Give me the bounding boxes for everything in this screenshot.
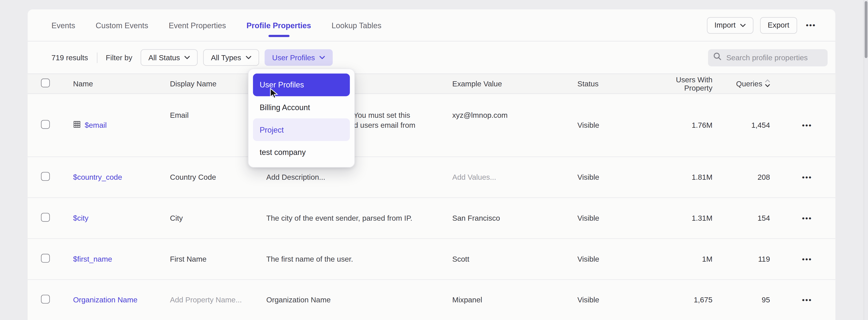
queries-header-label: Queries xyxy=(736,79,762,88)
page: EventsCustom EventsEvent PropertiesProfi… xyxy=(0,0,868,320)
search-input[interactable] xyxy=(726,53,820,62)
tab-events[interactable]: Events xyxy=(52,21,75,30)
row-menu-button[interactable]: ••• xyxy=(800,173,814,181)
status-cell[interactable]: Visible xyxy=(578,214,647,222)
import-button[interactable]: Import xyxy=(707,17,753,33)
table-row: $country_codeCountry CodeAdd Description… xyxy=(28,156,835,197)
column-header-status[interactable]: Status xyxy=(578,79,647,88)
tabbar-actions: Import Export ••• xyxy=(707,17,836,33)
queries-cell: 95 xyxy=(713,296,770,304)
divider xyxy=(97,52,97,63)
queries-cell: 119 xyxy=(713,255,770,263)
vertical-scrollbar-track xyxy=(864,0,868,320)
more-options-button[interactable]: ••• xyxy=(804,21,818,29)
row-checkbox[interactable] xyxy=(41,213,50,221)
display-name-cell[interactable]: First Name xyxy=(170,255,266,263)
display-name-cell[interactable]: City xyxy=(170,214,266,222)
type-filter-button[interactable]: All Types xyxy=(203,49,259,66)
tab-bar: EventsCustom EventsEvent PropertiesProfi… xyxy=(28,9,835,41)
lookup-table-icon xyxy=(73,120,81,130)
example-value-cell[interactable]: Scott xyxy=(452,255,578,263)
users-with-property-cell: 1.81M xyxy=(647,173,713,181)
tab-list: EventsCustom EventsEvent PropertiesProfi… xyxy=(52,21,381,30)
chevron-down-icon xyxy=(184,56,190,59)
search-box xyxy=(708,49,828,66)
property-name-cell: $first_name xyxy=(73,255,170,263)
row-checkbox[interactable] xyxy=(41,120,50,129)
example-value-cell[interactable]: San Francisco xyxy=(452,214,578,222)
description-cell[interactable]: The city of the event sender, parsed fro… xyxy=(266,213,452,223)
display-name-cell[interactable]: Add Property Name... xyxy=(170,296,266,304)
column-header-name[interactable]: Name xyxy=(73,79,170,88)
row-menu-button[interactable]: ••• xyxy=(800,255,814,263)
table-row: $cityCityThe city of the event sender, p… xyxy=(28,197,835,238)
properties-card: EventsCustom EventsEvent PropertiesProfi… xyxy=(28,9,835,320)
property-name-cell: $country_code xyxy=(73,173,170,181)
filter-by-label: Filter by xyxy=(106,53,132,62)
filter-bar: 719 results Filter by All Status All Typ… xyxy=(28,41,835,73)
tab-custom-events[interactable]: Custom Events xyxy=(96,21,148,30)
export-button-label: Export xyxy=(768,21,789,29)
property-name-link[interactable]: Organization Name xyxy=(73,296,137,304)
queries-cell: 208 xyxy=(713,173,770,181)
tab-event-properties[interactable]: Event Properties xyxy=(169,21,226,30)
status-cell[interactable]: Visible xyxy=(578,121,647,130)
row-menu-button[interactable]: ••• xyxy=(800,214,814,222)
tab-profile-properties[interactable]: Profile Properties xyxy=(246,21,311,30)
table-row: $first_nameFirst NameThe first name of t… xyxy=(28,238,835,279)
entity-dropdown-menu: User ProfilesBilling AccountProjecttest … xyxy=(248,69,355,168)
vertical-scrollbar-thumb[interactable] xyxy=(864,1,867,58)
table-row: Organization NameAdd Property Name...Org… xyxy=(28,279,835,320)
table-row: $emailEmailThe user's email address. You… xyxy=(28,94,835,156)
tab-lookup-tables[interactable]: Lookup Tables xyxy=(332,21,381,30)
example-value-cell[interactable]: xyz@lmnop.com xyxy=(452,94,578,119)
status-cell[interactable]: Visible xyxy=(578,173,647,181)
entity-filter-button[interactable]: User Profiles xyxy=(265,49,333,66)
example-value-cell[interactable]: Mixpanel xyxy=(452,296,578,304)
export-button[interactable]: Export xyxy=(760,17,797,33)
dropdown-item-project[interactable]: Project xyxy=(253,119,350,141)
queries-cell: 1,454 xyxy=(713,121,770,130)
row-checkbox[interactable] xyxy=(41,295,50,304)
table-body: $emailEmailThe user's email address. You… xyxy=(28,94,835,320)
status-filter-button[interactable]: All Status xyxy=(141,49,197,66)
row-menu-button[interactable]: ••• xyxy=(800,296,814,304)
chevron-down-icon xyxy=(319,56,325,59)
example-value-cell[interactable]: Add Values... xyxy=(452,173,578,181)
import-button-label: Import xyxy=(714,21,736,29)
type-filter-label: All Types xyxy=(211,53,241,62)
description-cell[interactable]: Add Description... xyxy=(266,172,452,182)
search-icon xyxy=(713,52,722,63)
column-header-users-with-property[interactable]: Users With Property xyxy=(647,76,713,92)
users-with-property-cell: 1.31M xyxy=(647,214,713,222)
row-menu-button[interactable]: ••• xyxy=(800,121,814,130)
dropdown-item-test-company[interactable]: test company xyxy=(253,141,350,164)
entity-filter-label: User Profiles xyxy=(272,53,315,62)
column-header-queries[interactable]: Queries xyxy=(713,79,770,89)
users-with-property-cell: 1,675 xyxy=(647,296,713,304)
queries-cell: 154 xyxy=(713,214,770,222)
row-checkbox[interactable] xyxy=(41,172,50,181)
column-header-example-value[interactable]: Example Value xyxy=(452,79,578,88)
status-filter-label: All Status xyxy=(149,53,180,62)
results-count: 719 results xyxy=(52,53,88,62)
property-name-link[interactable]: $first_name xyxy=(73,255,112,263)
property-name-link[interactable]: $country_code xyxy=(73,173,122,181)
display-name-cell[interactable]: Country Code xyxy=(170,173,266,181)
description-cell[interactable]: The first name of the user. xyxy=(266,254,452,264)
users-with-property-cell: 1M xyxy=(647,255,713,263)
property-name-link[interactable]: $city xyxy=(73,214,88,222)
sort-icon[interactable] xyxy=(765,79,770,89)
property-name-cell: $email xyxy=(73,120,170,130)
chevron-down-icon xyxy=(740,24,746,27)
dropdown-item-billing-account[interactable]: Billing Account xyxy=(253,96,350,119)
row-checkbox[interactable] xyxy=(41,254,50,262)
property-name-link[interactable]: $email xyxy=(85,121,107,130)
select-all-checkbox[interactable] xyxy=(41,79,50,87)
property-name-cell: Organization Name xyxy=(73,296,170,304)
status-cell[interactable]: Visible xyxy=(578,255,647,263)
description-cell[interactable]: Organization Name xyxy=(266,295,452,305)
chevron-down-icon xyxy=(246,56,251,59)
dropdown-item-user-profiles[interactable]: User Profiles xyxy=(253,74,350,96)
status-cell[interactable]: Visible xyxy=(578,296,647,304)
